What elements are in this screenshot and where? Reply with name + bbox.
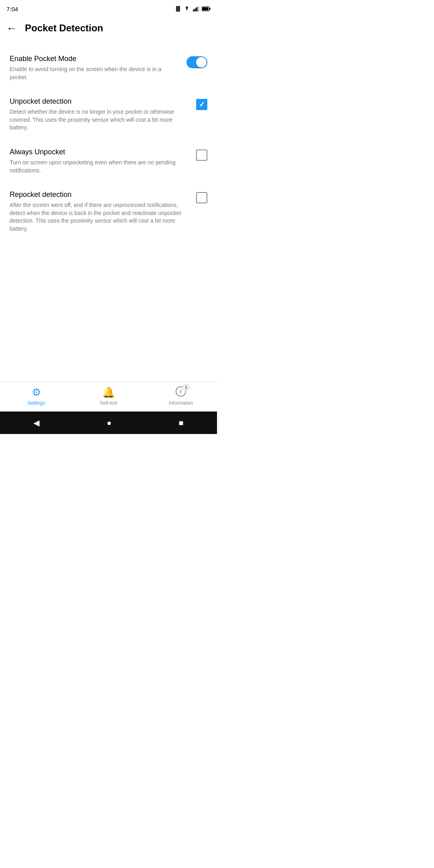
svg-rect-0 — [176, 6, 180, 12]
setting-desc-2: Turn on screen upon unpocketing even whe… — [10, 159, 188, 174]
system-recents-button[interactable]: ■ — [178, 418, 183, 428]
svg-rect-2 — [194, 8, 196, 11]
system-back-button[interactable]: ◀ — [33, 418, 39, 428]
svg-rect-3 — [196, 7, 197, 11]
setting-title-2: Always Unpocket — [10, 148, 188, 156]
status-time: 7:04 — [6, 6, 18, 12]
nav-item-information[interactable]: i 1 Information — [145, 386, 217, 406]
setting-title-1: Unpocket detection — [10, 97, 188, 106]
toggle-enable-pocket-mode[interactable] — [186, 56, 207, 68]
setting-enable-pocket-mode[interactable]: Enable Pocket Mode Enable to avoid turni… — [10, 47, 207, 89]
checkbox-repocket-detection[interactable] — [196, 192, 207, 203]
page-title: Pocket Detection — [25, 23, 103, 34]
setting-title-3: Repocket detection — [10, 190, 188, 199]
svg-rect-4 — [198, 6, 199, 12]
setting-desc-1: Detect whether the device is no longer i… — [10, 108, 188, 132]
nav-label-settings: Settings — [27, 400, 45, 406]
setting-unpocket-detection[interactable]: Unpocket detection Detect whether the de… — [10, 89, 207, 140]
system-nav: ◀ ● ■ — [0, 411, 217, 434]
setting-always-unpocket[interactable]: Always Unpocket Turn on screen upon unpo… — [10, 140, 207, 182]
toggle-knob-0 — [196, 57, 207, 68]
nav-item-selftest[interactable]: 🔔 Self-test — [72, 386, 145, 406]
svg-rect-7 — [209, 8, 211, 10]
status-icons — [175, 6, 211, 12]
setting-desc-0: Enable to avoid turning on the screen wh… — [10, 66, 178, 81]
system-home-button[interactable]: ● — [106, 418, 111, 428]
top-bar: ← Pocket Detection — [0, 16, 217, 40]
nav-label-selftest: Self-test — [100, 400, 117, 406]
nav-item-settings[interactable]: ⚙ Settings — [0, 386, 72, 406]
wifi-icon — [183, 6, 190, 12]
settings-content: Enable Pocket Mode Enable to avoid turni… — [0, 40, 217, 381]
setting-desc-3: After the screen went off, and if there … — [10, 201, 188, 233]
svg-text:i: i — [180, 388, 182, 395]
information-badge: 1 — [182, 384, 190, 391]
checkbox-always-unpocket[interactable] — [196, 149, 207, 161]
settings-icon: ⚙ — [32, 386, 41, 399]
setting-repocket-detection[interactable]: Repocket detection After the screen went… — [10, 182, 207, 241]
setting-title-0: Enable Pocket Mode — [10, 55, 178, 63]
svg-rect-6 — [202, 7, 208, 10]
bottom-nav: ⚙ Settings 🔔 Self-test i 1 Information — [0, 381, 217, 411]
checkbox-unpocket-detection[interactable] — [196, 99, 207, 110]
battery-icon — [202, 6, 211, 12]
svg-rect-1 — [193, 10, 194, 12]
back-button[interactable]: ← — [6, 22, 17, 35]
nav-label-information: Information — [169, 400, 193, 406]
signal-icon — [193, 6, 199, 12]
bell-icon: 🔔 — [102, 386, 115, 399]
status-bar: 7:04 — [0, 0, 217, 16]
sim-icon — [175, 6, 181, 12]
